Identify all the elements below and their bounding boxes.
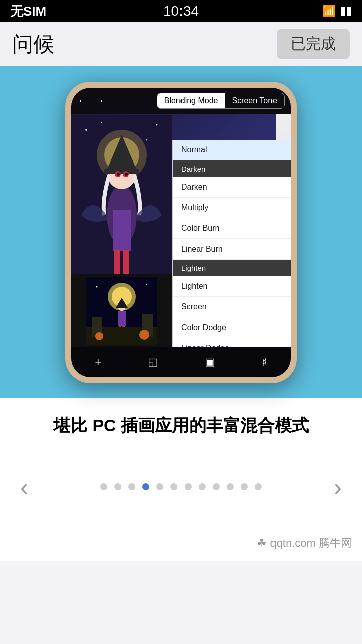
svg-point-29 xyxy=(95,332,103,340)
status-icons: 📶 ▮▮ xyxy=(322,5,352,18)
app-toolbar: ← → Blending Mode Screen Tone xyxy=(71,88,291,114)
svg-rect-10 xyxy=(104,169,139,174)
thumbnail-image xyxy=(86,277,157,345)
nav-bar: 问候 已完成 xyxy=(0,22,362,66)
dot-4[interactable] xyxy=(142,483,149,490)
copy-layer-button[interactable]: ▣ xyxy=(205,356,215,369)
dot-9[interactable] xyxy=(213,483,220,490)
blend-item-darken[interactable]: Darken xyxy=(173,177,291,198)
add-layer-button[interactable]: + xyxy=(95,356,101,369)
svg-point-5 xyxy=(101,122,102,123)
blending-mode-tab[interactable]: Blending Mode xyxy=(157,93,225,108)
done-button[interactable]: 已完成 xyxy=(277,29,350,59)
blend-item-multiply[interactable]: Multiply xyxy=(173,198,291,218)
dot-6[interactable] xyxy=(170,483,177,490)
mockup-area: ← → Blending Mode Screen Tone xyxy=(0,66,362,398)
phone-mockup: ← → Blending Mode Screen Tone xyxy=(65,82,297,383)
dot-3[interactable] xyxy=(128,483,135,490)
phone-frame: ← → Blending Mode Screen Tone xyxy=(65,82,297,383)
dot-12[interactable] xyxy=(255,483,262,490)
caption-text: 堪比 PC 插画应用的丰富混合模式 xyxy=(20,414,342,438)
bottom-controls: + ◱ ▣ ♯ xyxy=(71,347,291,377)
caption-area: 堪比 PC 插画应用的丰富混合模式 xyxy=(0,398,362,453)
prev-button[interactable]: ‹ xyxy=(15,473,33,501)
main-content: ← → Blending Mode Screen Tone xyxy=(0,66,362,561)
svg-rect-23 xyxy=(118,311,126,326)
dot-8[interactable] xyxy=(199,483,206,490)
svg-point-32 xyxy=(146,284,147,285)
canvas-area: Normal Darken Darken Multiply Color Burn… xyxy=(71,114,291,347)
watermark: ☘ qqtn.com 腾牛网 xyxy=(0,531,362,561)
blend-item-color-dodge[interactable]: Color Dodge xyxy=(173,317,291,338)
blend-item-normal[interactable]: Normal xyxy=(173,140,291,160)
svg-point-17 xyxy=(125,173,128,176)
blend-section-lighten: Lighten xyxy=(173,260,291,276)
svg-point-31 xyxy=(96,286,98,288)
svg-point-6 xyxy=(146,139,148,141)
svg-rect-11 xyxy=(113,210,131,251)
carrier-label: 无SIM xyxy=(10,3,46,20)
undo-button[interactable]: ← xyxy=(77,94,88,107)
dot-10[interactable] xyxy=(227,483,234,490)
blend-item-linear-burn[interactable]: Linear Burn xyxy=(173,239,291,260)
dot-2[interactable] xyxy=(114,483,121,490)
redo-button[interactable]: → xyxy=(94,94,105,107)
status-bar: 无SIM 10:34 📶 ▮▮ xyxy=(0,0,362,22)
blending-dropdown: Normal Darken Darken Multiply Color Burn… xyxy=(172,140,291,347)
thumbnail-strip xyxy=(71,274,172,347)
blend-section-darken: Darken xyxy=(173,160,291,177)
dot-11[interactable] xyxy=(241,483,248,490)
time-label: 10:34 xyxy=(163,3,199,19)
watermark-text: ☘ qqtn.com 腾牛网 xyxy=(257,537,352,549)
blend-item-linear-dodge[interactable]: Linear Dodge xyxy=(173,338,291,347)
dot-1[interactable] xyxy=(100,483,107,490)
pagination-area: ‹ › xyxy=(0,453,362,531)
merge-layer-button[interactable]: ◱ xyxy=(148,356,158,369)
battery-icon: ▮▮ xyxy=(340,5,352,18)
svg-point-4 xyxy=(156,124,158,126)
blend-item-screen[interactable]: Screen xyxy=(173,297,291,317)
blending-tabs: Blending Mode Screen Tone xyxy=(157,93,285,109)
blend-item-lighten[interactable]: Lighten xyxy=(173,276,291,297)
svg-point-30 xyxy=(139,330,149,340)
page-title: 问候 xyxy=(12,30,54,58)
wifi-icon: 📶 xyxy=(322,5,336,18)
app-screen: ← → Blending Mode Screen Tone xyxy=(71,88,291,377)
screen-tone-tab[interactable]: Screen Tone xyxy=(225,93,284,108)
next-button[interactable]: › xyxy=(329,473,347,501)
svg-point-16 xyxy=(117,173,120,176)
delete-layer-button[interactable]: ♯ xyxy=(262,356,267,369)
dot-5[interactable] xyxy=(156,483,163,490)
dots-container xyxy=(100,483,262,490)
svg-point-3 xyxy=(85,129,87,131)
blend-item-color-burn[interactable]: Color Burn xyxy=(173,218,291,239)
dot-7[interactable] xyxy=(185,483,192,490)
